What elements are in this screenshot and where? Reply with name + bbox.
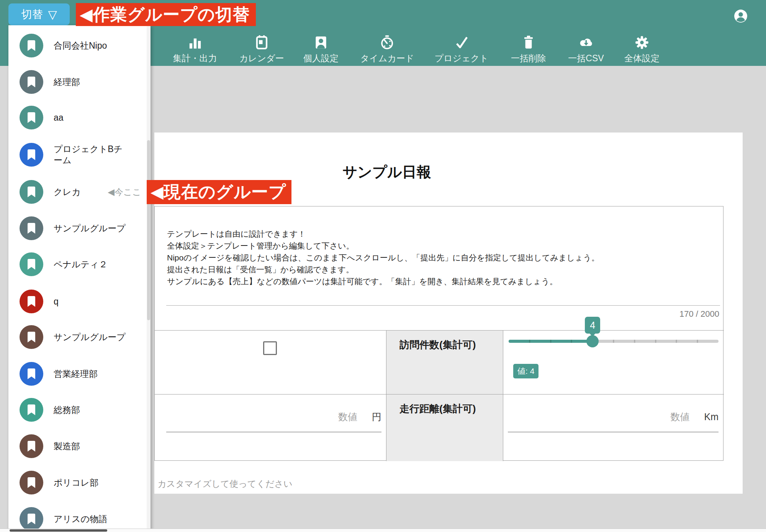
instructions-text: テンプレートは自由に設計できます！ 全体設定＞テンプレート管理から編集して下さい… bbox=[167, 228, 599, 287]
group-avatar bbox=[20, 34, 43, 57]
amount-unit: 円 bbox=[372, 411, 381, 423]
group-menu-item[interactable]: 合同会社Nipo bbox=[8, 28, 151, 64]
group-menu-item[interactable]: aa bbox=[8, 100, 151, 136]
footer-textarea-placeholder[interactable]: カスタマイズして使ってください bbox=[157, 478, 293, 490]
amount-cell: 数値 円 bbox=[155, 394, 386, 461]
bar-chart-icon bbox=[173, 34, 217, 51]
slider-value-bubble: 4 bbox=[585, 317, 600, 334]
annotation-current-group: ◀現在のグループ bbox=[147, 180, 291, 204]
nav-item-label: 全体設定 bbox=[624, 52, 660, 64]
slider-tick bbox=[697, 340, 698, 343]
nav-item-timecard[interactable]: タイムカード bbox=[360, 34, 414, 64]
template-row-distance: 数値 円 走行距離(集計可) 数値 Km bbox=[155, 394, 724, 461]
group-avatar bbox=[20, 106, 43, 129]
nav-item-label: 集計・出力 bbox=[173, 52, 217, 64]
group-menu-item[interactable]: サンプルグループ bbox=[8, 319, 151, 355]
report-title: サンプル日報 bbox=[342, 162, 431, 182]
instruction-line: 提出された日報は「受信一覧」から確認できます。 bbox=[167, 264, 599, 275]
nav-item-bulk-delete[interactable]: 一括削除 bbox=[511, 34, 546, 64]
nav-item-label: カレンダー bbox=[239, 52, 284, 64]
distance-input[interactable]: 数値 Km bbox=[503, 411, 724, 423]
bookmark-icon bbox=[27, 40, 36, 51]
menu-scrollbar-thumb[interactable] bbox=[147, 140, 150, 320]
nav-item-calendar[interactable]: カレンダー bbox=[239, 34, 284, 64]
group-switch-button[interactable]: 切替 ▽ bbox=[8, 3, 70, 25]
group-avatar bbox=[20, 216, 43, 240]
group-avatar bbox=[20, 325, 43, 349]
group-name: サンプルグループ bbox=[54, 332, 126, 343]
group-menu-item-current[interactable]: クレカ ◀今ここ bbox=[8, 174, 151, 210]
menu-scrollbar[interactable] bbox=[147, 25, 151, 532]
free-text-underline bbox=[166, 305, 720, 306]
person-badge-icon bbox=[303, 34, 339, 51]
group-name: 経理部 bbox=[54, 77, 80, 88]
app-window: 切替 ▽ 集計・出力 カレンダー 個人設定 タイムカード bbox=[0, 0, 766, 532]
bookmark-icon bbox=[27, 223, 36, 234]
group-name: ポリコレ部 bbox=[54, 477, 98, 488]
distance-placeholder: 数値 bbox=[671, 411, 690, 423]
group-menu-item[interactable]: ペナルティ２ bbox=[8, 246, 151, 282]
trash-icon bbox=[511, 34, 546, 51]
free-text-field[interactable]: テンプレートは自由に設計できます！ 全体設定＞テンプレート管理から編集して下さい… bbox=[155, 206, 723, 330]
nav-item-global-settings[interactable]: 全体設定 bbox=[624, 34, 660, 64]
visit-slider-cell: 4 値: 4 bbox=[503, 331, 724, 394]
group-menu-item[interactable]: プロジェクトBチーム bbox=[8, 137, 151, 173]
nav-item-aggregate-output[interactable]: 集計・出力 bbox=[173, 34, 217, 64]
horizontal-scrollbar[interactable] bbox=[0, 529, 766, 532]
bookmark-icon bbox=[27, 76, 36, 88]
distance-label: 走行距離(集計可) bbox=[399, 402, 476, 416]
visit-slider: 4 値: 4 bbox=[509, 331, 719, 394]
group-name: 営業経理部 bbox=[54, 368, 98, 380]
horizontal-scrollbar-thumb[interactable] bbox=[10, 529, 107, 532]
group-menu-item[interactable]: q bbox=[8, 283, 151, 319]
bookmark-icon bbox=[27, 404, 36, 416]
nav-item-bulk-csv[interactable]: 一括CSV bbox=[568, 34, 604, 64]
slider-tick bbox=[571, 340, 572, 343]
group-name: クレカ bbox=[54, 187, 81, 198]
timer-icon bbox=[360, 34, 414, 51]
checkbox-cell bbox=[155, 331, 386, 394]
group-menu-item[interactable]: 製造部 bbox=[8, 428, 151, 464]
group-menu-item[interactable]: ポリコレ部 bbox=[8, 465, 151, 501]
group-avatar bbox=[20, 252, 43, 276]
slider-value-badge: 値: 4 bbox=[513, 364, 538, 378]
group-menu-item[interactable]: サンプルグループ bbox=[8, 210, 151, 246]
amount-input[interactable]: 数値 円 bbox=[155, 411, 386, 423]
distance-unit: Km bbox=[704, 411, 719, 422]
slider-track[interactable] bbox=[509, 340, 719, 343]
slider-tick bbox=[613, 340, 614, 343]
distance-underline bbox=[508, 432, 719, 432]
group-avatar bbox=[20, 362, 43, 386]
amount-underline bbox=[166, 432, 381, 432]
cloud-download-icon bbox=[568, 34, 604, 51]
visit-label: 訪問件数(集計可) bbox=[399, 338, 476, 352]
group-menu-item[interactable]: 営業経理部 bbox=[8, 356, 151, 392]
current-here-badge: ◀今ここ bbox=[108, 186, 141, 198]
group-menu-item[interactable]: 経理部 bbox=[8, 64, 151, 100]
group-avatar bbox=[20, 180, 43, 204]
account-circle-icon[interactable] bbox=[733, 9, 748, 23]
nav-item-label: 個人設定 bbox=[303, 52, 339, 64]
template-row-visits: 訪問件数(集計可) 4 値: 4 bbox=[155, 330, 724, 394]
nav-item-label: 一括削除 bbox=[511, 52, 546, 64]
checkbox[interactable] bbox=[263, 341, 277, 355]
nav-item-project[interactable]: プロジェクト bbox=[434, 34, 488, 64]
nav-item-personal-settings[interactable]: 個人設定 bbox=[303, 34, 339, 64]
nav-item-label: 一括CSV bbox=[568, 52, 604, 64]
calendar-icon bbox=[239, 34, 284, 51]
nav-item-label: タイムカード bbox=[360, 52, 414, 64]
instruction-line: サンプルにある【売上】などの数値パーツは集計可能です。「集計」を開き、集計結果を… bbox=[167, 275, 599, 287]
slider-handle[interactable] bbox=[586, 335, 599, 347]
group-name: アリスの物語 bbox=[54, 514, 107, 525]
checkmark-icon bbox=[434, 34, 488, 51]
bookmark-icon bbox=[27, 331, 36, 343]
bookmark-icon bbox=[27, 259, 36, 270]
bookmark-icon bbox=[27, 112, 36, 123]
group-menu-item[interactable]: 総務部 bbox=[8, 392, 151, 428]
group-name: 合同会社Nipo bbox=[54, 40, 107, 51]
group-dropdown-menu: 合同会社Nipo 経理部 aa プロジェクトBチーム クレカ ◀今ここ サンプル… bbox=[8, 25, 151, 532]
group-avatar bbox=[20, 507, 43, 531]
bookmark-icon bbox=[27, 296, 36, 307]
bookmark-icon bbox=[27, 477, 36, 488]
group-menu-item[interactable]: アリスの物語 bbox=[8, 501, 151, 532]
